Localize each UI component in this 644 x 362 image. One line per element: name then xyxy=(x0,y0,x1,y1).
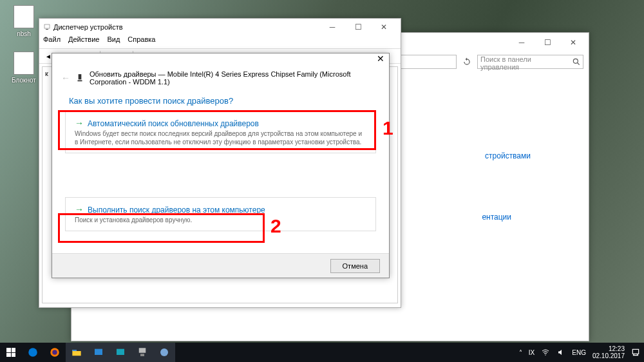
update-driver-wizard: ✕ ← Обновить драйверы — Mobile Intel(R) … xyxy=(52,53,390,278)
icon-label: Блокнот xyxy=(12,77,36,84)
svg-rect-9 xyxy=(72,350,77,351)
wizard-question: Как вы хотите провести поиск драйверов? xyxy=(52,92,389,108)
wizard-header: ← Обновить драйверы — Mobile Intel(R) 4 … xyxy=(52,68,389,92)
tray-volume-icon[interactable] xyxy=(556,348,565,356)
taskbar: ˄ ΙΧ ENG 12:23 02.10.2017 xyxy=(0,343,644,362)
window-titlebar[interactable]: Диспетчер устройств ─ ☐ ✕ xyxy=(39,19,401,35)
wizard-titlebar[interactable]: ✕ xyxy=(52,53,389,68)
tray-notifications-icon[interactable] xyxy=(631,348,640,357)
file-icon xyxy=(14,5,34,28)
system-tray: ˄ ΙΧ ENG 12:23 02.10.2017 xyxy=(515,345,644,359)
option-title: Выполнить поиск драйверов на этом компью… xyxy=(88,205,265,214)
svg-rect-2 xyxy=(44,24,50,28)
control-panel-link-devices[interactable]: стройствами xyxy=(485,149,531,163)
control-panel-link-presentation[interactable]: ентации xyxy=(482,210,511,224)
wizard-title: Обновить драйверы — Mobile Intel(R) 4 Se… xyxy=(90,70,380,86)
close-button[interactable]: ✕ xyxy=(372,53,389,68)
annotation-number-1: 1 xyxy=(383,117,393,139)
file-icon xyxy=(14,52,34,75)
tray-time: 12:23 xyxy=(592,345,625,352)
taskbar-app[interactable] xyxy=(109,343,131,362)
taskbar-explorer[interactable] xyxy=(66,343,88,362)
tray-input-icon[interactable]: ΙΧ xyxy=(529,349,535,356)
maximize-button[interactable]: ☐ xyxy=(345,19,371,35)
cancel-button[interactable]: Отмена xyxy=(330,259,380,273)
search-input[interactable]: Поиск в панели управления xyxy=(477,55,583,69)
svg-rect-11 xyxy=(117,349,124,355)
svg-rect-12 xyxy=(139,348,146,353)
option-auto-search[interactable]: →Автоматический поиск обновленных драйве… xyxy=(65,111,376,153)
tray-clock[interactable]: 12:23 02.10.2017 xyxy=(592,345,625,359)
start-button[interactable] xyxy=(0,343,22,362)
menu-bar: Файл Действие Вид Справка xyxy=(39,35,401,48)
minimize-button[interactable]: ─ xyxy=(319,19,345,35)
back-icon[interactable]: ← xyxy=(61,73,70,83)
annotation-number-2: 2 xyxy=(270,215,281,237)
taskbar-device-manager[interactable] xyxy=(131,343,153,362)
tray-date: 02.10.2017 xyxy=(592,352,625,359)
taskbar-firefox[interactable] xyxy=(44,343,66,362)
taskbar-app[interactable] xyxy=(153,343,175,362)
option-description: Windows будет вести поиск последних верс… xyxy=(75,129,366,146)
svg-point-6 xyxy=(28,348,37,357)
window-title: Диспетчер устройств xyxy=(53,23,123,31)
desktop-icon-notepad[interactable]: Блокнот xyxy=(8,52,40,84)
tray-language[interactable]: ENG xyxy=(572,349,586,356)
option-description: Поиск и установка драйверов вручную. xyxy=(75,216,366,224)
wizard-footer: Отмена xyxy=(52,253,389,278)
svg-rect-4 xyxy=(79,74,82,79)
option-browse-computer[interactable]: →Выполнить поиск драйверов на этом компь… xyxy=(65,197,376,231)
svg-point-14 xyxy=(160,348,168,356)
device-icon xyxy=(43,23,51,31)
svg-point-0 xyxy=(573,59,578,63)
refresh-icon[interactable] xyxy=(460,55,473,68)
menu-file[interactable]: Файл xyxy=(43,35,61,48)
minimize-button[interactable]: ─ xyxy=(509,34,535,51)
svg-rect-16 xyxy=(632,349,638,354)
svg-line-1 xyxy=(578,63,580,65)
svg-rect-5 xyxy=(78,81,82,82)
tree-item[interactable]: к xyxy=(45,70,48,77)
icon-label: nbsh xyxy=(17,30,31,37)
tray-chevron-up-icon[interactable]: ˄ xyxy=(519,349,522,356)
menu-view[interactable]: Вид xyxy=(107,35,120,48)
taskbar-edge[interactable] xyxy=(22,343,44,362)
close-button[interactable]: ✕ xyxy=(560,34,586,51)
option-title: Автоматический поиск обновленных драйвер… xyxy=(88,119,259,128)
svg-rect-3 xyxy=(46,29,48,30)
desktop-icon-nbsh[interactable]: nbsh xyxy=(8,5,40,37)
taskbar-app[interactable] xyxy=(88,343,109,362)
menu-action[interactable]: Действие xyxy=(68,35,99,48)
close-button[interactable]: ✕ xyxy=(371,19,397,35)
svg-point-8 xyxy=(52,350,57,355)
search-placeholder: Поиск в панели управления xyxy=(480,55,531,71)
driver-icon xyxy=(75,73,84,83)
maximize-button[interactable]: ☐ xyxy=(535,34,560,51)
wizard-options: →Автоматический поиск обновленных драйве… xyxy=(52,108,389,239)
svg-point-15 xyxy=(545,354,547,356)
arrow-icon: → xyxy=(75,204,84,214)
svg-rect-13 xyxy=(140,354,144,356)
windows-icon xyxy=(6,348,15,357)
search-icon xyxy=(572,57,581,66)
svg-rect-10 xyxy=(95,349,102,355)
tray-wifi-icon[interactable] xyxy=(541,348,550,356)
menu-help[interactable]: Справка xyxy=(128,35,155,48)
arrow-icon: → xyxy=(75,118,84,128)
